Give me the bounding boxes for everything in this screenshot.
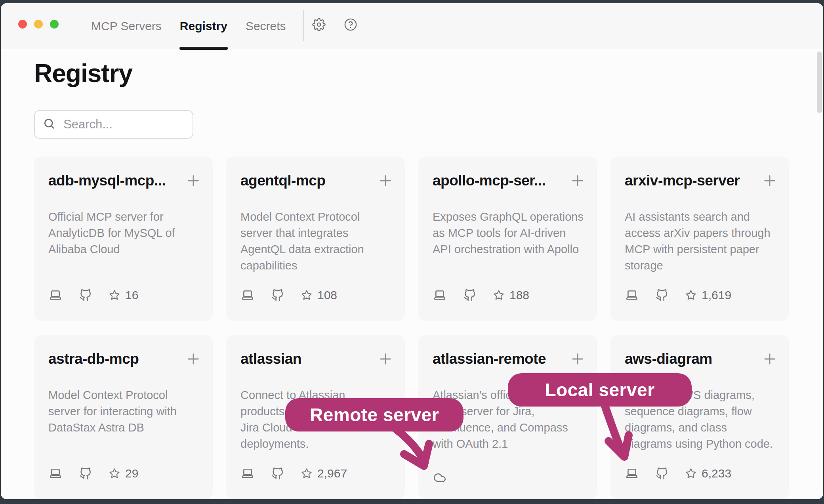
github-icon [271, 289, 284, 302]
laptop-icon [48, 289, 63, 302]
server-card-aws-diagram[interactable]: aws-diagram Generate AWS diagrams,sequen… [610, 335, 789, 499]
card-footer: 1,619 [625, 287, 731, 303]
minimize-window-button[interactable] [34, 20, 43, 29]
gear-icon [312, 18, 326, 31]
star-count-group: 29 [109, 467, 138, 480]
annotation-remote-server: Remote server [285, 398, 464, 431]
star-count: 108 [317, 288, 337, 302]
help-button[interactable] [344, 18, 357, 31]
card-header: atlassian-remote [433, 349, 586, 369]
page-title: Registry [34, 59, 132, 88]
star-icon [493, 290, 504, 301]
scrollbar-thumb[interactable] [817, 52, 822, 113]
server-description: Exposes GraphQL operationsas MCP tools f… [433, 209, 589, 258]
star-icon [685, 468, 696, 479]
star-count: 2,967 [317, 467, 347, 480]
server-card-agentql-mcp[interactable]: agentql-mcp Model Context Protocolserver… [226, 157, 405, 321]
star-count: 1,619 [702, 288, 731, 302]
tab-registry[interactable]: Registry [180, 3, 227, 49]
card-header: astra-db-mcp [48, 349, 202, 369]
laptop-icon [240, 289, 255, 302]
main-nav: MCP Servers Registry Secrets [91, 3, 286, 49]
card-footer [433, 470, 447, 485]
card-header: arxiv-mcp-server [625, 171, 778, 191]
plus-icon [377, 172, 394, 189]
laptop-icon [433, 289, 447, 302]
laptop-icon [240, 467, 255, 480]
add-server-button[interactable] [569, 351, 586, 367]
laptop-icon [48, 467, 63, 480]
add-server-button[interactable] [761, 351, 778, 367]
server-grid: adb-mysql-mcp... Official MCP server for… [34, 157, 790, 499]
github-icon [464, 289, 476, 302]
add-server-button[interactable] [761, 172, 778, 189]
card-footer: 16 [48, 287, 138, 303]
search-icon [43, 117, 55, 132]
tab-secrets[interactable]: Secrets [246, 3, 286, 49]
server-card-apollo-mcp-server[interactable]: apollo-mcp-ser... Exposes GraphQL operat… [418, 157, 597, 321]
github-icon [79, 468, 92, 480]
server-card-astra-db-mcp[interactable]: astra-db-mcp Model Context Protocolserve… [34, 335, 213, 499]
add-server-button[interactable] [185, 172, 202, 189]
star-count-group: 6,233 [685, 467, 731, 480]
star-count: 16 [125, 288, 138, 302]
laptop-icon [625, 467, 639, 480]
github-icon [271, 468, 284, 480]
add-server-button[interactable] [569, 172, 586, 189]
card-header: atlassian [240, 349, 394, 369]
star-icon [301, 290, 312, 301]
search-box[interactable] [34, 110, 193, 139]
server-name: arxiv-mcp-server [625, 172, 740, 189]
github-icon [656, 289, 668, 302]
plus-icon [761, 172, 778, 189]
search-input[interactable] [63, 117, 222, 132]
star-icon [109, 290, 120, 301]
cloud-icon [433, 471, 447, 484]
toolbar-divider [303, 10, 304, 41]
star-count-group: 188 [493, 288, 529, 302]
add-server-button[interactable] [377, 172, 394, 189]
card-header: adb-mysql-mcp... [48, 171, 202, 191]
card-footer: 6,233 [625, 466, 731, 481]
close-window-button[interactable] [18, 20, 27, 29]
server-description: AI assistants search andaccess arXiv pap… [625, 209, 781, 274]
server-name: apollo-mcp-ser... [433, 172, 546, 189]
server-name: astra-db-mcp [48, 351, 139, 367]
plus-icon [761, 351, 778, 367]
card-footer: 108 [240, 287, 337, 303]
star-icon [301, 468, 312, 479]
desktop: { "topbar": { "tabs": [ {"label": "MCP S… [0, 0, 824, 504]
plus-icon [569, 172, 586, 189]
server-name: atlassian-remote [433, 351, 546, 367]
tab-mcp-servers[interactable]: MCP Servers [91, 3, 162, 49]
star-count-group: 108 [301, 288, 337, 302]
star-count-group: 16 [109, 288, 138, 302]
server-description: Model Context Protocolserver that integr… [240, 209, 397, 274]
server-description: Model Context Protocolserver for interac… [48, 387, 205, 436]
card-header: aws-diagram [625, 349, 778, 369]
settings-button[interactable] [312, 18, 326, 31]
zoom-window-button[interactable] [50, 20, 59, 29]
card-footer: 188 [433, 287, 529, 303]
plus-icon [185, 351, 202, 367]
star-count: 6,233 [702, 467, 731, 480]
server-name: agentql-mcp [240, 172, 325, 189]
card-footer: 2,967 [240, 466, 347, 481]
server-card-adb-mysql-mcp[interactable]: adb-mysql-mcp... Official MCP server for… [34, 157, 213, 321]
server-name: aws-diagram [625, 351, 712, 367]
github-icon [656, 468, 668, 480]
server-card-arxiv-mcp-server[interactable]: arxiv-mcp-server AI assistants search an… [610, 157, 789, 321]
star-icon [685, 290, 696, 301]
card-header: agentql-mcp [240, 171, 394, 191]
laptop-icon [625, 289, 639, 302]
server-description: Official MCP server forAnalyticDB for My… [48, 209, 205, 258]
star-icon [109, 468, 120, 479]
add-server-button[interactable] [377, 351, 394, 367]
annotation-local-server: Local server [508, 373, 692, 407]
server-name: adb-mysql-mcp... [48, 172, 166, 189]
titlebar: MCP Servers Registry Secrets [1, 3, 823, 49]
star-count-group: 1,619 [685, 288, 731, 302]
add-server-button[interactable] [185, 351, 202, 367]
star-count-group: 2,967 [301, 467, 347, 480]
server-name: atlassian [240, 351, 301, 367]
